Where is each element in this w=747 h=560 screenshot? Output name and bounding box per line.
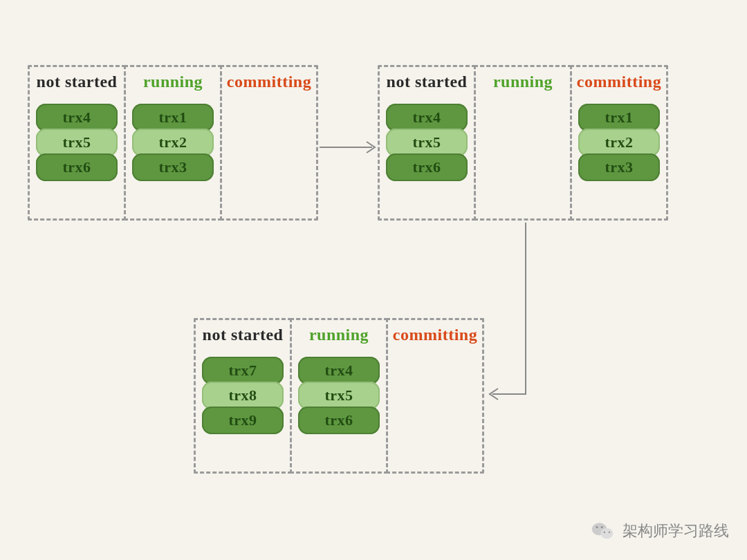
wechat-icon — [591, 519, 616, 543]
trx-pill: trx4 — [36, 104, 118, 131]
trx-pill: trx8 — [202, 382, 284, 409]
svg-point-4 — [601, 526, 603, 528]
trx-pill: trx3 — [132, 153, 214, 181]
header-not-started: not started — [200, 326, 286, 344]
header-committing: committing — [392, 326, 478, 344]
header-running: running — [130, 73, 216, 91]
col-committing: committing trx1 trx2 trx3 — [570, 65, 668, 221]
header-running: running — [296, 326, 382, 344]
footer-watermark: 架构师学习路线 — [591, 519, 729, 543]
trx-pill: trx3 — [578, 153, 660, 181]
footer-label: 架构师学习路线 — [622, 521, 729, 541]
col-not-started: not started trx4 trx5 trx6 — [28, 65, 126, 221]
trx-pill: trx4 — [386, 104, 468, 131]
stage-2: not started trx4 trx5 trx6 running commi… — [378, 65, 668, 221]
stage-1: not started trx4 trx5 trx6 running trx1 … — [28, 65, 318, 221]
trx-pill: trx1 — [132, 104, 214, 131]
svg-point-6 — [609, 532, 610, 533]
stack-running: trx4 trx5 trx6 — [296, 353, 382, 434]
trx-pill: trx2 — [578, 129, 660, 156]
header-committing: committing — [576, 73, 662, 91]
stage-3: not started trx7 trx8 trx9 running trx4 … — [194, 318, 484, 474]
arrow-stage1-to-stage2 — [318, 137, 380, 158]
col-running: running — [474, 65, 572, 221]
stack-running: trx1 trx2 trx3 — [130, 100, 216, 181]
header-running: running — [480, 73, 566, 91]
trx-pill: trx9 — [202, 407, 284, 434]
col-committing: committing — [220, 65, 318, 221]
trx-pill: trx6 — [298, 407, 380, 434]
trx-pill: trx5 — [36, 129, 118, 156]
col-not-started: not started trx7 trx8 trx9 — [194, 318, 292, 474]
header-not-started: not started — [384, 73, 470, 91]
stack-not-started: trx7 trx8 trx9 — [200, 353, 286, 434]
header-not-started: not started — [34, 73, 120, 91]
col-not-started: not started trx4 trx5 trx6 — [378, 65, 476, 221]
trx-pill: trx2 — [132, 129, 214, 156]
col-committing: committing — [386, 318, 484, 474]
trx-pill: trx5 — [298, 382, 380, 409]
stack-not-started: trx4 trx5 trx6 — [384, 100, 470, 181]
trx-pill: trx5 — [386, 129, 468, 156]
svg-point-3 — [596, 526, 598, 528]
stack-committing: trx1 trx2 trx3 — [576, 100, 662, 181]
trx-pill: trx6 — [386, 153, 468, 181]
col-running: running trx1 trx2 trx3 — [124, 65, 222, 221]
trx-pill: trx7 — [202, 357, 284, 384]
svg-point-2 — [600, 528, 613, 539]
arrow-stage2-to-stage3 — [484, 221, 553, 401]
stack-not-started: trx4 trx5 trx6 — [34, 100, 120, 181]
svg-point-5 — [604, 532, 605, 533]
trx-pill: trx1 — [578, 104, 660, 131]
header-committing: committing — [226, 73, 312, 91]
trx-pill: trx6 — [36, 153, 118, 181]
col-running: running trx4 trx5 trx6 — [290, 318, 388, 474]
trx-pill: trx4 — [298, 357, 380, 384]
